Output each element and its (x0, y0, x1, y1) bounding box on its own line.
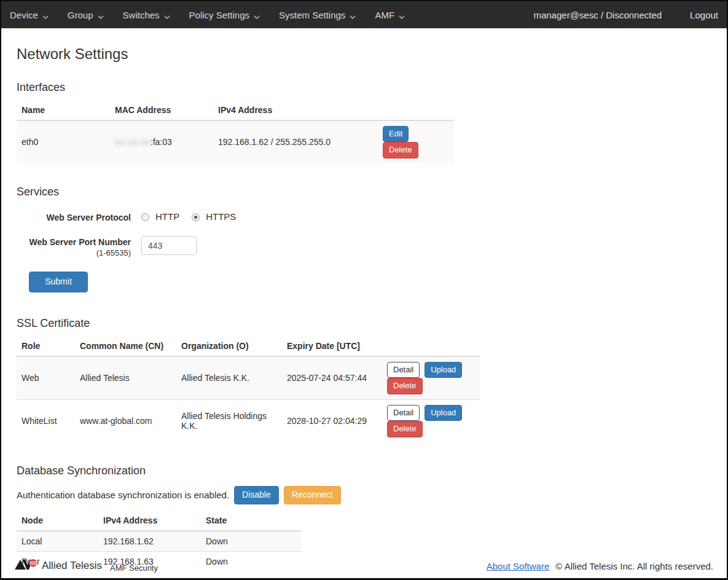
col-actions (382, 336, 480, 356)
reconnect-button[interactable]: Reconnect (284, 486, 341, 504)
https-radio[interactable] (192, 213, 200, 221)
upload-button[interactable]: Upload (425, 362, 462, 378)
nav-group-label: Group (68, 10, 93, 20)
product-name: AMF Security (110, 563, 158, 573)
table-row: Web Allied Telesis Allied Telesis K.K. 2… (17, 356, 480, 399)
edit-button[interactable]: Edit (383, 126, 409, 142)
nav-policy-settings[interactable]: Policy Settings (189, 9, 260, 21)
table-row: WhiteList www.at-global.com Allied Teles… (17, 399, 480, 442)
port-input[interactable] (141, 236, 197, 255)
interfaces-heading: Interfaces (17, 81, 711, 94)
dbsync-heading: Database Synchronization (17, 464, 711, 477)
delete-button[interactable]: Delete (383, 142, 418, 158)
nav-switches-label: Switches (123, 10, 160, 20)
col-expiry: Expiry Date [UTC] (282, 336, 382, 356)
chevron-down-icon (399, 10, 405, 21)
main-content: Network Settings Interfaces Name MAC Add… (1, 45, 727, 580)
dbsync-status-row: Authentication database synchronization … (17, 486, 711, 504)
delete-button[interactable]: Delete (387, 421, 423, 437)
http-radio[interactable] (141, 213, 149, 221)
nav-switches[interactable]: Switches (123, 9, 170, 21)
db-ipv4: 192.168.1.62 (98, 531, 201, 552)
nav-amf-label: AMF (375, 10, 394, 20)
db-state: Down (201, 531, 301, 552)
interface-ipv4: 192.168.1.62 / 255.255.255.0 (213, 120, 378, 163)
interfaces-table: Name MAC Address IPv4 Address eth0 xx:xx… (17, 100, 454, 163)
top-navbar: Device Group Switches Policy Settings Sy… (1, 1, 727, 28)
nav-policy-settings-label: Policy Settings (189, 10, 249, 20)
port-row: Web Server Port Number (1-65535) (17, 234, 711, 258)
allied-telesis-logo-icon (15, 558, 37, 574)
ssl-heading: SSL Certificate (17, 317, 711, 330)
about-software-link[interactable]: About Software (487, 561, 550, 571)
col-mac: MAC Address (110, 100, 213, 120)
disable-button[interactable]: Disable (234, 486, 279, 504)
col-cn: Common Name (CN) (75, 336, 176, 356)
col-ipv4: IPv4 Address (98, 511, 201, 531)
nav-system-settings[interactable]: System Settings (279, 9, 356, 21)
ssl-expiry: 2028-10-27 02:04:29 (282, 399, 382, 442)
port-label: Web Server Port Number (17, 237, 131, 248)
services-submit-button[interactable]: Submit (29, 272, 88, 292)
nav-group[interactable]: Group (68, 9, 104, 21)
db-node: Local (17, 531, 98, 552)
ssl-cn: www.at-global.com (75, 399, 176, 442)
interface-mac: xx:xx:xx:fa:03 (110, 120, 213, 163)
https-radio-label[interactable]: HTTPS (206, 211, 236, 222)
http-radio-label[interactable]: HTTP (155, 211, 179, 222)
upload-button[interactable]: Upload (425, 405, 462, 421)
copyright-text: © Allied Telesis Inc. All rights reserve… (555, 561, 713, 571)
protocol-label: Web Server Protocol (17, 210, 131, 224)
page-title: Network Settings (17, 45, 711, 63)
col-org: Organization (O) (176, 336, 282, 356)
chevron-down-icon (98, 10, 104, 21)
nav-system-settings-label: System Settings (279, 10, 345, 20)
network-settings-page: { "navbar": { "items": [ { "label": "Dev… (0, 0, 728, 580)
interface-name: eth0 (17, 120, 110, 163)
chevron-down-icon (42, 10, 49, 21)
ssl-org: Allied Telesis K.K. (176, 356, 282, 399)
table-row: eth0 xx:xx:xx:fa:03 192.168.1.62 / 255.2… (17, 120, 454, 163)
protocol-row: Web Server Protocol HTTP HTTPS (17, 210, 711, 224)
col-ipv4: IPv4 Address (213, 100, 378, 120)
dbsync-status-text: Authentication database synchronization … (17, 490, 229, 500)
table-row: Local 192.168.1.62 Down (17, 531, 301, 552)
ssl-role: Web (17, 356, 75, 399)
footer: Allied Telesis AMF Security About Softwa… (1, 556, 727, 576)
port-range-hint: (1-65535) (17, 248, 131, 258)
nav-amf[interactable]: AMF (375, 9, 405, 21)
user-status: manager@sesc / Disconnected (533, 10, 662, 20)
col-name: Name (17, 100, 110, 120)
nav-device-label: Device (10, 10, 38, 20)
ssl-cn: Allied Telesis (75, 356, 176, 399)
ssl-role: WhiteList (17, 399, 75, 442)
col-node: Node (17, 511, 98, 531)
col-role: Role (17, 336, 75, 356)
delete-button[interactable]: Delete (387, 378, 423, 394)
col-state: State (201, 511, 301, 531)
col-actions (378, 100, 454, 120)
chevron-down-icon (164, 10, 170, 21)
ssl-expiry: 2025-07-24 04:57:44 (282, 356, 382, 399)
chevron-down-icon (254, 10, 260, 21)
nav-device[interactable]: Device (10, 9, 49, 21)
detail-button[interactable]: Detail (387, 362, 420, 378)
detail-button[interactable]: Detail (387, 405, 420, 421)
logout-button[interactable]: Logout (690, 10, 718, 20)
services-heading: Services (17, 186, 711, 198)
ssl-org: Allied Telesis Holdings K.K. (176, 399, 282, 442)
brand-name: Allied Telesis (42, 560, 102, 572)
mac-masked: xx:xx:xx (115, 137, 151, 147)
chevron-down-icon (350, 10, 356, 21)
mac-visible: :fa:03 (151, 137, 172, 147)
ssl-table: Role Common Name (CN) Organization (O) E… (17, 336, 480, 442)
